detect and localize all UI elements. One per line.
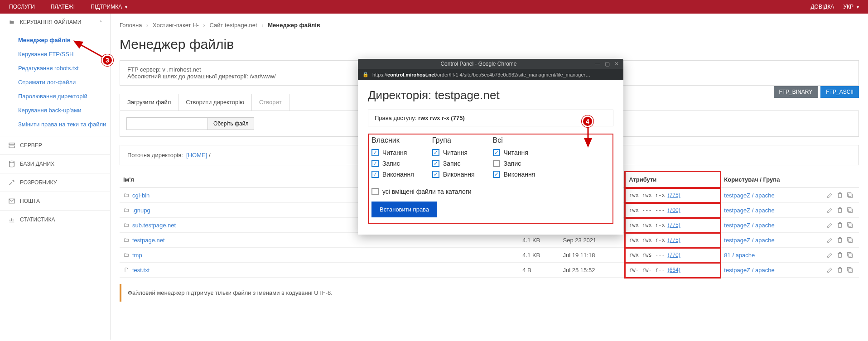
- ftp-binary-button[interactable]: FTP_BINARY: [774, 86, 818, 98]
- wrench-icon: [8, 179, 15, 186]
- main-content: Головна › Хостинг-пакет H- › Сайт testpa…: [111, 14, 868, 340]
- checkbox-0-2[interactable]: ✓: [371, 171, 379, 178]
- checkbox-0-0[interactable]: ✓: [371, 149, 379, 156]
- sidebar: КЕРУВАННЯ ФАЙЛАМИ ˄ Менеджер файлів Керу…: [0, 14, 111, 340]
- svg-rect-0: [9, 143, 14, 145]
- trash-icon[interactable]: [836, 266, 844, 274]
- crumb-home[interactable]: Головна: [120, 22, 142, 29]
- annotation-arrow-4: [583, 126, 593, 150]
- ftp-ascii-button[interactable]: FTP_ASCII: [820, 86, 859, 98]
- file-link[interactable]: test.txt: [123, 267, 515, 274]
- file-link[interactable]: tmp: [123, 252, 515, 259]
- close-icon[interactable]: ✕: [614, 61, 619, 67]
- sidebar-item-chmod[interactable]: Змінити права на теки та файли: [18, 117, 110, 131]
- trash-icon[interactable]: [836, 251, 844, 259]
- chmod-link[interactable]: (664): [668, 267, 680, 273]
- svg-rect-12: [849, 254, 852, 257]
- mail-icon: [8, 197, 15, 205]
- svg-rect-11: [848, 238, 851, 241]
- svg-rect-7: [848, 208, 851, 211]
- sidebar-group-stats[interactable]: СТАТИСТИКА: [0, 210, 110, 229]
- checkbox-2-1[interactable]: [493, 160, 500, 167]
- edit-icon[interactable]: [826, 221, 834, 229]
- edit-icon[interactable]: [826, 251, 834, 259]
- nav-services[interactable]: ПОСЛУГИ: [9, 4, 35, 10]
- svg-rect-6: [849, 209, 852, 212]
- trash-icon[interactable]: [836, 192, 844, 199]
- database-icon: [8, 160, 15, 168]
- select-file-button[interactable]: Оберіть файл: [207, 117, 254, 130]
- checkbox-1-1[interactable]: ✓: [432, 160, 439, 167]
- set-permissions-button[interactable]: Встановити права: [371, 202, 437, 217]
- sidebar-item-robots[interactable]: Редагування robots.txt: [18, 61, 110, 75]
- tab-create-cut[interactable]: Створит: [251, 94, 289, 110]
- top-navbar: ПОСЛУГИ ПЛАТЕЖІ ПІДТРИМКА ДОВІДКА УКР: [0, 0, 868, 14]
- edit-icon[interactable]: [826, 236, 834, 244]
- svg-rect-1: [9, 146, 14, 148]
- checkbox-2-0[interactable]: ✓: [493, 149, 500, 156]
- checkbox-1-2[interactable]: ✓: [432, 171, 439, 178]
- checkbox-1-0[interactable]: ✓: [432, 149, 439, 156]
- trash-icon[interactable]: [836, 221, 844, 229]
- copy-icon[interactable]: [846, 221, 854, 229]
- col-usergroup: Користувач / Група: [720, 172, 823, 188]
- checkbox-all-files[interactable]: [371, 188, 379, 195]
- copy-icon[interactable]: [846, 251, 854, 259]
- edit-icon[interactable]: [826, 207, 834, 214]
- tab-create-dir[interactable]: Створити директорію: [178, 94, 252, 110]
- nav-help[interactable]: ДОВІДКА: [810, 4, 834, 10]
- sidebar-group-db[interactable]: БАЗИ ДАНИХ: [0, 154, 110, 173]
- sidebar-group-dev[interactable]: РОЗРОБНИКУ: [0, 173, 110, 192]
- table-row: testpage.net 4.1 KB Sep 23 2021 rwx rwx …: [120, 233, 859, 248]
- sidebar-item-backups[interactable]: Керування back-up'ами: [18, 103, 110, 117]
- checkbox-0-1[interactable]: ✓: [371, 160, 379, 167]
- edit-icon[interactable]: [826, 266, 834, 274]
- chmod-link[interactable]: (775): [668, 222, 680, 228]
- table-row: test.txt 4 B Jul 25 15:52 rw- rw- r--(66…: [120, 263, 859, 278]
- breadcrumb: Головна › Хостинг-пакет H- › Сайт testpa…: [120, 19, 859, 37]
- nav-payments[interactable]: ПЛАТЕЖІ: [51, 4, 75, 10]
- permissions-panel: Власник ✓ Читання ✓ Запис ✓ Виконання Гр…: [368, 134, 613, 224]
- svg-rect-9: [848, 223, 851, 226]
- copy-icon[interactable]: [846, 192, 854, 199]
- upload-filename-input[interactable]: [126, 117, 208, 130]
- copy-icon[interactable]: [846, 266, 854, 274]
- chmod-link[interactable]: (770): [668, 252, 680, 258]
- table-row: tmp 4.1 KB Jul 19 11:18 rwx rws ---(770)…: [120, 248, 859, 263]
- copy-icon[interactable]: [846, 236, 854, 244]
- col-attrs: Атрибути: [625, 172, 720, 188]
- checkbox-2-2[interactable]: ✓: [493, 171, 500, 178]
- home-link[interactable]: [HOME]: [186, 152, 207, 158]
- popup-title: Директорія: testpage.net: [368, 88, 613, 102]
- sidebar-group-mail[interactable]: ПОШТА: [0, 192, 110, 210]
- crumb-site[interactable]: Сайт testpage.net: [210, 22, 257, 29]
- folder-icon: [8, 19, 15, 25]
- sidebar-item-logs[interactable]: Отримати лог-файли: [18, 75, 110, 89]
- maximize-icon[interactable]: ▢: [605, 61, 610, 67]
- sidebar-item-password-dirs[interactable]: Паролювання директорій: [18, 89, 110, 103]
- nav-lang[interactable]: УКР: [843, 4, 859, 10]
- trash-icon[interactable]: [836, 236, 844, 244]
- nav-support[interactable]: ПІДТРИМКА: [91, 4, 127, 10]
- tab-upload[interactable]: Загрузити файл: [120, 94, 178, 110]
- sidebar-group-server[interactable]: СЕРВЕР: [0, 136, 110, 154]
- svg-rect-15: [848, 268, 851, 271]
- sidebar-group-files[interactable]: КЕРУВАННЯ ФАЙЛАМИ ˄: [0, 14, 110, 31]
- minimize-icon[interactable]: —: [595, 61, 600, 67]
- lock-icon: 🔒: [362, 72, 369, 77]
- chmod-link[interactable]: (775): [668, 237, 680, 243]
- copy-icon[interactable]: [846, 207, 854, 214]
- chmod-link[interactable]: (775): [668, 192, 680, 198]
- page-title: Менеджер файлів: [120, 37, 859, 52]
- file-link[interactable]: testpage.net: [123, 237, 515, 244]
- svg-point-2: [10, 161, 14, 163]
- svg-rect-10: [849, 239, 852, 242]
- crumb-current: Менеджер файлів: [268, 22, 320, 29]
- trash-icon[interactable]: [836, 207, 844, 214]
- chmod-link[interactable]: (700): [668, 207, 680, 213]
- crumb-package[interactable]: Хостинг-пакет H-: [153, 22, 199, 29]
- popup-urlbar: 🔒 https://control.mirohost.net/order/H-1…: [358, 69, 623, 80]
- edit-icon[interactable]: [826, 192, 834, 199]
- annotation-badge-3: 3: [101, 54, 113, 66]
- popup-titlebar: Control Panel - Google Chrome — ▢ ✕: [358, 59, 623, 69]
